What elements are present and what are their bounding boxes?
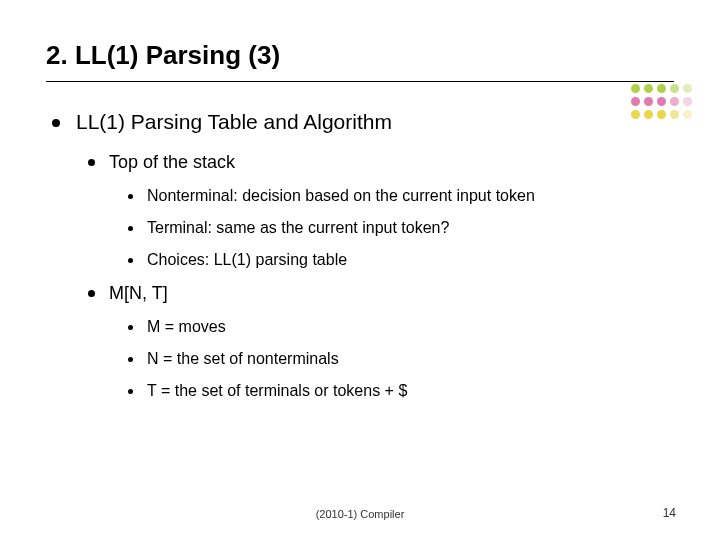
dot-icon <box>657 84 666 93</box>
dot-icon <box>657 97 666 106</box>
dot-icon <box>644 97 653 106</box>
bullet-icon <box>128 357 133 362</box>
bullet-icon <box>88 290 95 297</box>
bullet-icon <box>88 159 95 166</box>
bullet-level-3: T = the set of terminals or tokens + $ <box>128 382 674 400</box>
dots-row <box>631 97 692 106</box>
bullet-icon <box>128 389 133 394</box>
footer-center: (2010-1) Compiler <box>0 508 720 520</box>
page-number: 14 <box>663 506 676 520</box>
bullet-level-3: Terminal: same as the current input toke… <box>128 219 674 237</box>
bullet-level-3: Choices: LL(1) parsing table <box>128 251 674 269</box>
bullet-icon <box>128 226 133 231</box>
group-top-of-stack: Top of the stack Nonterminal: decision b… <box>46 152 674 269</box>
bullet-icon <box>128 325 133 330</box>
dot-icon <box>631 84 640 93</box>
bullet-icon <box>128 258 133 263</box>
dot-icon <box>644 110 653 119</box>
dots-row <box>631 84 692 93</box>
bullet-text: Choices: LL(1) parsing table <box>147 251 347 269</box>
bullet-level-2: Top of the stack <box>88 152 674 173</box>
slide-title: 2. LL(1) Parsing (3) <box>46 40 674 71</box>
dot-icon <box>683 84 692 93</box>
bullet-level-1: LL(1) Parsing Table and Algorithm <box>52 110 674 134</box>
bullet-level-2: M[N, T] <box>88 283 674 304</box>
bullet-level-3: M = moves <box>128 318 674 336</box>
dot-icon <box>644 84 653 93</box>
decorative-dots <box>631 84 692 119</box>
bullet-text: Terminal: same as the current input toke… <box>147 219 449 237</box>
slide: 2. LL(1) Parsing (3) LL(1) Parsing Table… <box>0 0 720 540</box>
dot-icon <box>670 110 679 119</box>
dot-icon <box>631 97 640 106</box>
title-block: 2. LL(1) Parsing (3) <box>46 40 674 82</box>
bullet-text: N = the set of nonterminals <box>147 350 339 368</box>
bullet-level-3: N = the set of nonterminals <box>128 350 674 368</box>
bullet-text: Top of the stack <box>109 152 235 173</box>
bullet-icon <box>52 119 60 127</box>
dot-icon <box>657 110 666 119</box>
dots-row <box>631 110 692 119</box>
bullet-text: Nonterminal: decision based on the curre… <box>147 187 535 205</box>
group-mnt: M[N, T] M = moves N = the set of nonterm… <box>46 283 674 400</box>
bullet-text: M[N, T] <box>109 283 168 304</box>
dot-icon <box>670 84 679 93</box>
bullet-level-3: Nonterminal: decision based on the curre… <box>128 187 674 205</box>
bullet-text: M = moves <box>147 318 226 336</box>
bullet-text: LL(1) Parsing Table and Algorithm <box>76 110 392 134</box>
dot-icon <box>631 110 640 119</box>
bullet-icon <box>128 194 133 199</box>
dot-icon <box>683 97 692 106</box>
bullet-text: T = the set of terminals or tokens + $ <box>147 382 407 400</box>
dot-icon <box>683 110 692 119</box>
dot-icon <box>670 97 679 106</box>
